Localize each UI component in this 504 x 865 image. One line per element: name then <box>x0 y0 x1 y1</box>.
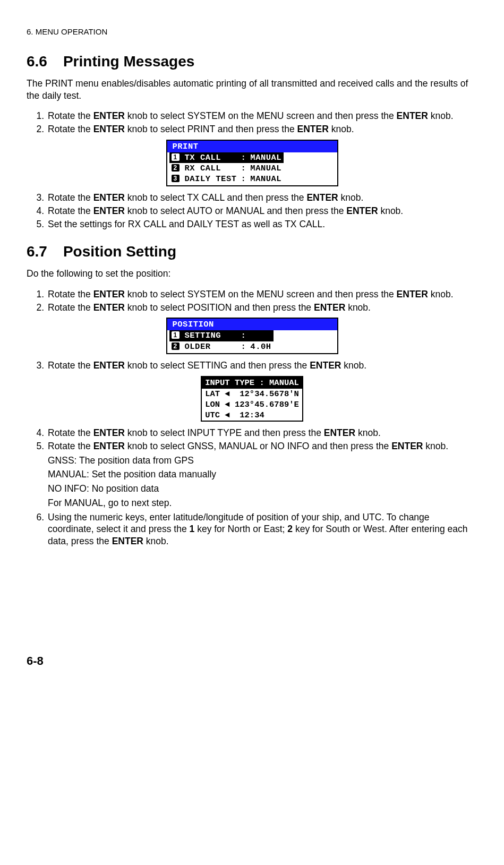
list-item: Rotate the ENTER knob to select SYSTEM o… <box>47 110 477 122</box>
list-item: Rotate the ENTER knob to select AUTO or … <box>47 205 477 217</box>
table-row: 2 RX CALL : MANUAL <box>169 163 284 174</box>
sub-item: NO INFO: No position data <box>48 483 477 495</box>
section-title: Position Setting <box>63 243 176 260</box>
list-item: Set the settings for RX CALL and DAILY T… <box>47 218 477 230</box>
table-row: 1 SETTING : <box>169 330 274 341</box>
section-6-7-intro: Do the following to set the position: <box>27 268 477 280</box>
lcd-rows: 1 TX CALL : MANUAL 2 RX CALL : MANUAL 3 … <box>169 152 284 184</box>
lcd-input-row: LON ◄ 123°45.6789'E <box>202 399 302 410</box>
section-6-6-list-cont: Rotate the ENTER knob to select TX CALL … <box>27 192 477 230</box>
lcd-rows: 1 SETTING : 2 OLDER : 4.0H <box>169 330 274 352</box>
print-menu-figure: PRINT 1 TX CALL : MANUAL 2 RX CALL : MAN… <box>27 140 477 187</box>
list-item: Rotate the ENTER knob to select TX CALL … <box>47 192 477 204</box>
section-6-6-intro: The PRINT menu enables/disables automati… <box>27 78 477 102</box>
position-menu-figure: POSITION 1 SETTING : 2 OLDER : 4.0H <box>27 318 477 354</box>
section-6-6-heading: 6.6Printing Messages <box>27 52 477 71</box>
table-row: 3 DAILY TEST : MANUAL <box>169 174 284 184</box>
lcd-input-row: LAT ◄ 12°34.5678'N <box>202 389 302 399</box>
section-6-7-list-4: Rotate the ENTER knob to select INPUT TY… <box>27 427 477 547</box>
list-item: Rotate the ENTER knob to select SETTING … <box>47 359 477 372</box>
chapter-header: 6. MENU OPERATION <box>27 27 477 37</box>
section-title: Printing Messages <box>63 53 194 70</box>
lcd-input-row: UTC ◄ 12:34 <box>202 410 302 421</box>
page-number: 6-8 <box>27 654 477 669</box>
lcd-title: POSITION <box>167 319 337 330</box>
list-item: Rotate the ENTER knob to select GNSS, MA… <box>47 440 477 509</box>
lcd-title: PRINT <box>167 141 337 152</box>
list-item: Using the numeric keys, enter latitude/l… <box>47 511 477 547</box>
section-6-7-list: Rotate the ENTER knob to select SYSTEM o… <box>27 288 477 314</box>
section-number: 6.7 <box>27 243 47 260</box>
sublist: GNSS: The position data from GPS MANUAL:… <box>27 455 477 509</box>
sub-item: MANUAL: Set the position data manually <box>48 468 477 481</box>
section-6-7-heading: 6.7Position Setting <box>27 242 477 261</box>
list-item: Rotate the ENTER knob to select SYSTEM o… <box>47 288 477 301</box>
input-type-figure: INPUT TYPE : MANUAL LAT ◄ 12°34.5678'N L… <box>27 376 477 422</box>
sub-item: GNSS: The position data from GPS <box>48 455 477 467</box>
section-6-6-list: Rotate the ENTER knob to select SYSTEM o… <box>27 110 477 135</box>
section-6-7-list-3: Rotate the ENTER knob to select SETTING … <box>27 359 477 372</box>
section-number: 6.6 <box>27 53 47 70</box>
lcd-input-head: INPUT TYPE : MANUAL <box>202 377 302 389</box>
table-row: 2 OLDER : 4.0H <box>169 341 274 352</box>
list-item: Rotate the ENTER knob to select POSITION… <box>47 302 477 314</box>
list-item: Rotate the ENTER knob to select PRINT an… <box>47 123 477 135</box>
sub-item: For MANUAL, go to next step. <box>48 497 477 509</box>
list-item: Rotate the ENTER knob to select INPUT TY… <box>47 427 477 439</box>
table-row: 1 TX CALL : MANUAL <box>169 152 284 163</box>
